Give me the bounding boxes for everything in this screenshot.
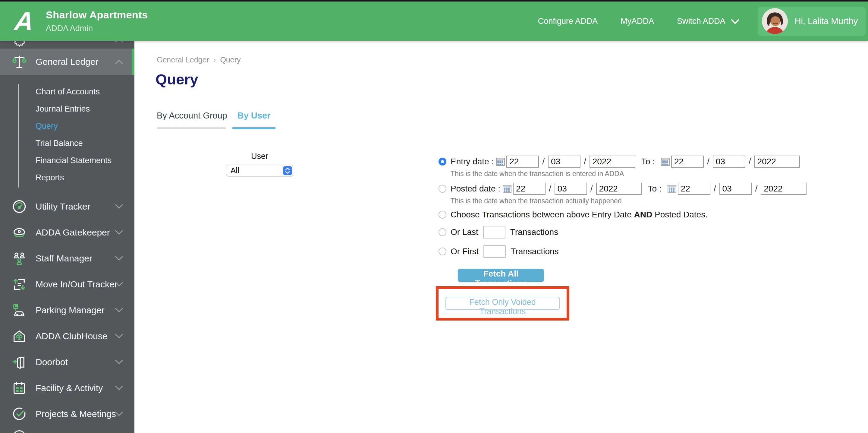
posted-date-row: Posted date : / / To : / (438, 182, 794, 195)
sidebar-item-adda-gatekeeper[interactable]: ADDA Gatekeeper (0, 220, 134, 246)
or-first-count-input[interactable] (484, 245, 506, 258)
entry-date-radio[interactable] (438, 158, 446, 166)
sidebar-item-label: Utility Tracker (36, 201, 90, 212)
sidebar-item-doorbot[interactable]: Doorbot (0, 349, 134, 375)
date-separator: / (549, 184, 551, 194)
posted-to-year-input[interactable] (761, 183, 807, 195)
sidebar-item-facility-activity[interactable]: Facility & Activity (0, 375, 134, 401)
gauge-icon (11, 199, 27, 214)
sidebar-item-label: General Ledger (36, 57, 98, 67)
entry-to-year-input[interactable] (754, 155, 800, 168)
sidebar-subitem-financial-statements[interactable]: Financial Statements (0, 152, 134, 169)
fetch-all-transactions-button[interactable]: Fetch All Transactions (458, 269, 544, 282)
user-filter-group: User All (226, 152, 293, 176)
calendar-picker-icon[interactable] (496, 158, 505, 166)
posted-from-month-input[interactable] (555, 183, 587, 195)
chevron-down-icon (114, 333, 124, 340)
sidebar-item-label: Facility & Activity (36, 383, 103, 393)
chevron-down-icon (114, 255, 124, 262)
choose-after-text: Posted Dates. (652, 210, 708, 219)
calendar-picker-icon[interactable] (661, 158, 670, 166)
check-circle-icon (11, 406, 27, 422)
adda-logo-icon: A (9, 7, 39, 35)
page-title: Query (156, 71, 198, 88)
chevron-up-icon (114, 58, 124, 65)
nav-configure-adda[interactable]: Configure ADDA (538, 17, 598, 26)
date-separator: / (707, 157, 710, 167)
move-arrows-icon (11, 277, 27, 292)
posted-to-month-input[interactable] (719, 183, 752, 195)
choose-and-text: AND (634, 210, 652, 219)
sidebar-item-label: ADDA ClubHouse (36, 331, 107, 341)
sidebar-item-parking-manager[interactable]: Parking Manager (0, 297, 134, 323)
sidebar-item-projects-meetings[interactable]: Projects & Meetings (0, 401, 134, 427)
entry-date-row: Entry date : / / To : / (438, 155, 794, 168)
breadcrumb-general-ledger[interactable]: General Ledger (157, 56, 209, 64)
window-top-strip (0, 0, 868, 1)
or-last-radio[interactable] (438, 228, 446, 236)
sidebar-item-label: Move In/Out Tracker (36, 279, 118, 289)
posted-from-day-input[interactable] (513, 183, 546, 195)
posted-date-radio[interactable] (438, 185, 446, 193)
sidebar-item-staff-manager[interactable]: Staff Manager (0, 246, 134, 271)
date-separator: / (542, 157, 545, 167)
entry-from-day-input[interactable] (506, 155, 539, 168)
adda-admin-app: A Sharlow Apartments ADDA Admin Configur… (0, 0, 868, 433)
posted-from-year-input[interactable] (596, 183, 642, 195)
transaction-filter-options: Entry date : / / To : / (438, 155, 794, 320)
to-label: To : (641, 157, 655, 167)
sidebar-item-utility-tracker[interactable]: Utility Tracker (0, 194, 134, 220)
entry-from-year-input[interactable] (590, 155, 635, 168)
clubhouse-icon (11, 328, 27, 344)
sidebar-subitem-reports[interactable]: Reports (0, 169, 134, 186)
user-label: User (226, 152, 293, 161)
sidebar-item-move-in-out-tracker[interactable]: Move In/Out Tracker (0, 271, 134, 297)
sidebar-partial-item-top (0, 41, 134, 49)
sidebar-subitem-query[interactable]: Query (0, 118, 134, 135)
user-select[interactable]: All (226, 165, 293, 176)
brand: A Sharlow Apartments ADDA Admin (10, 7, 148, 35)
sidebar-subitem-trial-balance[interactable]: Trial Balance (0, 135, 134, 152)
or-first-suffix: Transactions (510, 247, 558, 256)
gear-icon (12, 41, 27, 47)
sidebar-subitem-chart-of-accounts[interactable]: Chart of Accounts (0, 83, 134, 100)
nav-switch-adda[interactable]: Switch ADDA (677, 17, 740, 26)
community-name: Sharlow Apartments (46, 9, 148, 21)
chevron-down-icon (731, 19, 740, 25)
chevron-down-icon (114, 385, 124, 392)
to-label: To : (648, 184, 661, 194)
query-tabs: By Account Group By User (157, 111, 276, 129)
date-separator: / (749, 157, 751, 167)
date-separator: / (584, 157, 586, 167)
or-last-suffix: Transactions (510, 227, 558, 237)
entry-to-day-input[interactable] (671, 155, 704, 168)
chevron-down-icon (114, 229, 124, 236)
sidebar-subitem-journal-entries[interactable]: Journal Entries (0, 100, 134, 118)
calendar-picker-icon[interactable] (503, 185, 512, 193)
entry-from-month-input[interactable] (548, 155, 581, 168)
tab-by-account-group[interactable]: By Account Group (157, 111, 226, 129)
choose-between-radio[interactable] (438, 211, 446, 219)
choose-between-label: Choose Transactions between above Entry … (451, 210, 708, 220)
calendar-picker-icon[interactable] (668, 185, 676, 193)
posted-to-day-input[interactable] (678, 183, 710, 195)
main-content: General Ledger › Query Query By Account … (134, 41, 868, 433)
or-last-row: Or Last Transactions (438, 225, 794, 239)
or-last-count-input[interactable] (483, 226, 505, 238)
or-first-radio[interactable] (438, 248, 446, 255)
sidebar-item-label: ADDA Gatekeeper (36, 227, 110, 238)
chevron-down-icon (114, 307, 124, 314)
user-menu[interactable]: Hi, Lalita Murthy (758, 7, 866, 36)
sidebar: General Ledger Chart of Accounts Journal… (0, 41, 134, 433)
sidebar-item-adda-clubhouse[interactable]: ADDA ClubHouse (0, 323, 134, 349)
date-separator: / (714, 184, 716, 194)
chevron-down-icon (114, 203, 124, 210)
select-stepper-icon (283, 166, 292, 175)
or-first-row: Or First Transactions (438, 244, 794, 258)
entry-to-month-input[interactable] (713, 155, 745, 168)
fetch-only-voided-transactions-button[interactable]: Fetch Only Voided Transactions (445, 297, 560, 310)
tab-by-user[interactable]: By User (232, 111, 276, 129)
general-ledger-submenu: Chart of Accounts Journal Entries Query … (0, 75, 134, 194)
sidebar-item-general-ledger[interactable]: General Ledger (0, 49, 134, 75)
nav-myadda[interactable]: MyADDA (621, 17, 654, 26)
